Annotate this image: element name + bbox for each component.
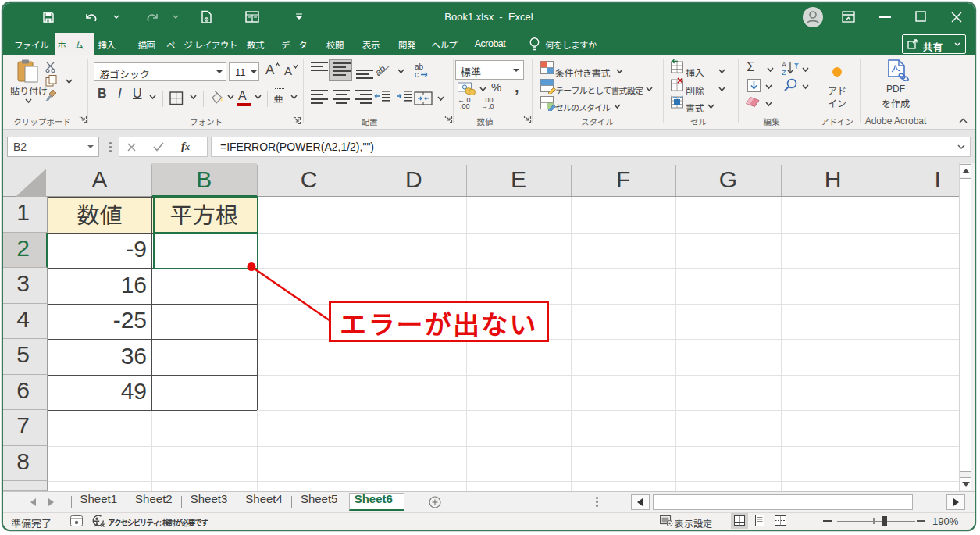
- svg-text:ab: ab: [376, 63, 388, 77]
- svg-text:A: A: [782, 61, 786, 69]
- svg-text:Z: Z: [782, 69, 786, 76]
- svg-text:.00: .00: [460, 102, 470, 109]
- svg-text:→.0: →.0: [481, 102, 494, 109]
- svg-text:c: c: [415, 70, 419, 79]
